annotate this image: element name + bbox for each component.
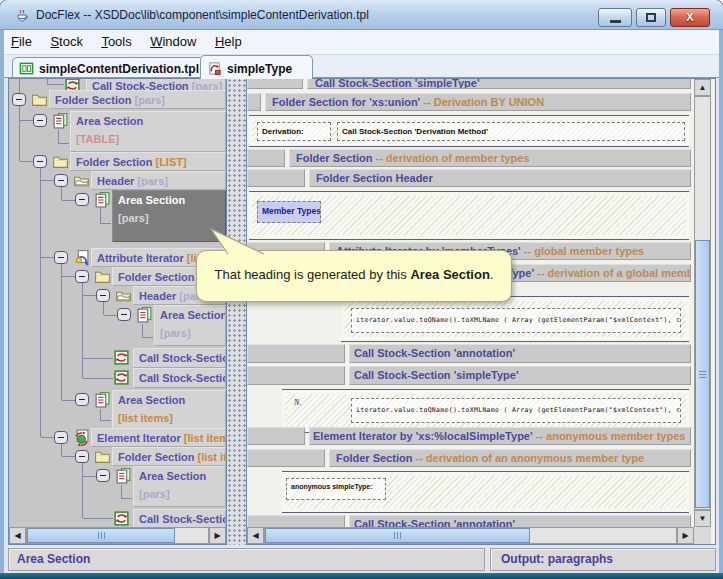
scroll-up-button[interactable]: ▲: [694, 79, 711, 96]
tree-expander-collapse[interactable]: [96, 289, 110, 302]
minimize-button[interactable]: [598, 8, 632, 27]
menu-window[interactable]: Window: [143, 30, 203, 49]
tree-connector-line: [142, 324, 143, 338]
section-title: Folder Section for 'xs:union': [272, 96, 420, 108]
status-output-mode: Output: paragraphs: [490, 548, 716, 571]
scrollbar-thumb[interactable]: [27, 528, 175, 543]
call-stock-section-icon: [113, 349, 130, 366]
section-bar[interactable]: Folder Section Header: [309, 169, 691, 187]
folder-icon: [94, 448, 111, 465]
tree-node-item[interactable]: Folder Section [list items]: [112, 447, 226, 466]
call-stock-section-icon: [113, 510, 130, 527]
section-title: Call Stock-Section 'annotation': [354, 347, 515, 359]
status-selected-component: Area Section: [8, 548, 485, 571]
tree-node-item[interactable]: Area Section[pars]: [154, 305, 226, 346]
template-control-box[interactable]: iterator.value.toQName().toXMLName ( Arr…: [351, 308, 681, 333]
tree-node-label: Element Iterator: [97, 432, 181, 444]
menu-tools[interactable]: Tools: [94, 30, 138, 49]
section-bar[interactable]: Call Stock-Section 'annotation': [349, 344, 691, 363]
area-section-icon: [94, 191, 111, 208]
scroll-left-button[interactable]: ◀: [247, 527, 264, 544]
tooltip-tail: [198, 226, 278, 256]
menu-help[interactable]: Help: [208, 30, 249, 49]
menu-stock[interactable]: Stock: [43, 30, 90, 49]
tree-connector-line: [121, 498, 132, 499]
area-section-icon: [115, 467, 132, 484]
tree-expander-collapse[interactable]: [33, 155, 47, 168]
maximize-button[interactable]: [636, 8, 666, 27]
scroll-left-button[interactable]: ◀: [9, 527, 26, 544]
tree-expander-collapse[interactable]: [54, 431, 68, 444]
tree-connector-line: [100, 420, 111, 421]
tree-node-label: Header: [139, 290, 176, 302]
tree-connector-line: [83, 378, 113, 379]
tree-node-item[interactable]: Call Stock-Section: [133, 509, 226, 527]
tree-node-item[interactable]: Call Stock-Section: [133, 348, 226, 368]
scroll-right-button[interactable]: ▶: [677, 527, 694, 544]
tree-connector-line: [41, 180, 54, 181]
tree-expander-collapse[interactable]: [54, 174, 68, 187]
tree-node-label: Area Section: [118, 394, 185, 406]
attribute-iterator-icon: [73, 249, 90, 266]
tree-viewport: Call Stock-Section [pars]Folder Section …: [9, 79, 226, 527]
tree-node-item[interactable]: Area Section[pars]: [133, 466, 226, 507]
tree-node-label: Attribute Iterator: [97, 252, 184, 264]
title-bar[interactable]: DocFlex -- XSDDoc\lib\component\simpleCo…: [0, 0, 723, 30]
tree-expander-collapse[interactable]: [75, 450, 89, 463]
template-control-box[interactable]: Call Stock-Section 'Derivation Method': [337, 122, 685, 141]
section-bar[interactable]: Folder Section -- derivation of member t…: [289, 149, 691, 167]
tree-expander-collapse[interactable]: [96, 469, 110, 482]
docflex-window: DocFlex -- XSDDoc\lib\component\simpleCo…: [0, 0, 723, 579]
section-bar[interactable]: Call Stock-Section 'simpleType': [307, 79, 691, 89]
section-bar[interactable]: Element Iterator by 'xs:%localSimpleType…: [309, 427, 691, 445]
tree-node-item[interactable]: Area Section[TABLE]: [70, 111, 226, 152]
tree-expander-collapse[interactable]: [75, 193, 89, 206]
tree-connector-line: [103, 302, 104, 315]
section-annotation: -- derivation of an anonymous member typ…: [412, 452, 644, 464]
template-control-box[interactable]: iterator.value.toQName().toXMLName ( Arr…: [351, 398, 681, 423]
tree-node-suffix: [pars]: [160, 324, 220, 343]
scrollbar-thumb[interactable]: [695, 240, 710, 508]
tab-simplecontentderivation[interactable]: simpleContentDerivation.tpl: [12, 57, 203, 77]
tree-connector-line: [121, 485, 122, 499]
section-bar-indent-cell: [247, 427, 305, 445]
section-title: Call Stock-Section 'simpleType': [354, 369, 519, 381]
tree-expander-collapse[interactable]: [75, 393, 89, 406]
section-bar[interactable]: Call Stock-Section 'simpleType': [349, 366, 691, 385]
section-bar[interactable]: Folder Section -- derivation of an anony…: [329, 449, 691, 467]
tree-node-item[interactable]: Header [pars]: [91, 171, 226, 190]
tree-node-item[interactable]: Element Iterator [list items]: [91, 428, 226, 447]
member-types-control[interactable]: Member Types: [257, 201, 321, 223]
section-bar-indent-cell: [247, 169, 305, 187]
editor-hscrollbar[interactable]: ◀ ▶: [247, 527, 694, 544]
scroll-right-button[interactable]: ▶: [209, 527, 226, 544]
tree-node-suffix: [list items]: [118, 409, 220, 428]
tree-expander-collapse[interactable]: [12, 93, 26, 106]
template-control-box[interactable]: Derivation:: [257, 122, 331, 141]
tab-simpletype[interactable]: simpleType: [200, 55, 313, 79]
panel-splitter[interactable]: [227, 78, 246, 545]
close-button[interactable]: X: [670, 8, 710, 27]
tree-node-item[interactable]: Folder Section [LIST]: [70, 152, 226, 171]
section-bar[interactable]: Folder Section for 'xs:union' -- Derivat…: [265, 93, 691, 111]
tree-hscrollbar[interactable]: ◀ ▶: [9, 527, 226, 544]
section-bar[interactable]: Call Stock-Section 'annotation': [349, 515, 691, 527]
section-annotation: -- anonymous member types: [533, 430, 686, 442]
tree-node-item[interactable]: Call Stock-Section: [133, 368, 226, 388]
tree-expander-collapse[interactable]: [117, 308, 131, 321]
folder-icon: [94, 268, 111, 285]
area-section-icon: [94, 391, 111, 408]
tree-expander-collapse[interactable]: [33, 114, 47, 127]
section-title: Folder Section Header: [316, 172, 433, 184]
scrollbar-thumb[interactable]: [265, 528, 530, 543]
tree-node-label: Call Stock-Section: [139, 352, 226, 364]
tree-node-item[interactable]: Folder Section [pars]: [49, 90, 226, 109]
tree-node-label: Folder Section: [118, 271, 194, 283]
menu-file[interactable]: File: [4, 30, 39, 49]
tree-node-item[interactable]: Area Section[list items]: [112, 390, 226, 431]
scroll-down-button[interactable]: ▼: [694, 510, 711, 527]
tree-expander-collapse[interactable]: [54, 251, 68, 264]
editor-vscrollbar[interactable]: ▲ ▼: [694, 79, 711, 527]
template-control-box[interactable]: anonymous simpleType:: [286, 478, 386, 500]
tree-expander-collapse[interactable]: [75, 270, 89, 283]
